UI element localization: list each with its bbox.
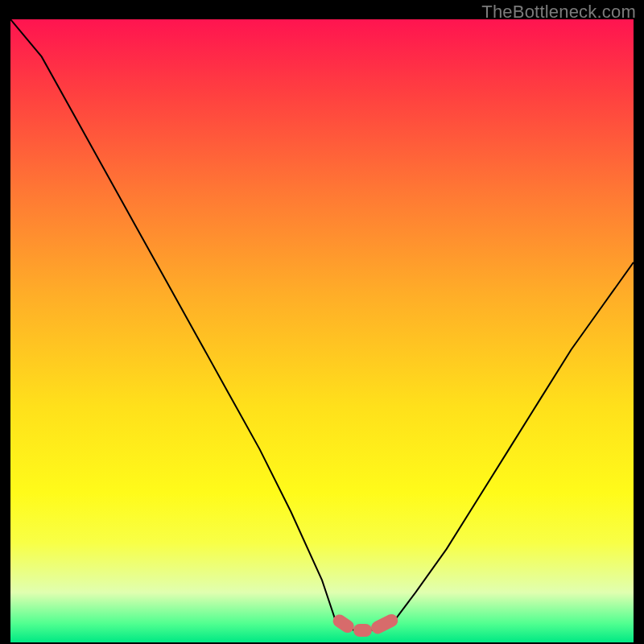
highlight-segment xyxy=(353,624,372,637)
watermark-text: TheBottleneck.com xyxy=(481,2,636,23)
bottleneck-curve xyxy=(10,19,634,642)
chart-plot-area xyxy=(10,19,634,642)
